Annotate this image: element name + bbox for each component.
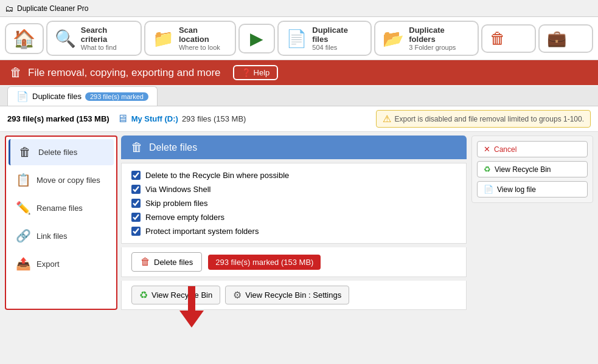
option-skip: Skip problem files <box>131 199 456 208</box>
right-top-panel: ✕ Cancel ♻ View Recycle Bin 📄 View log f… <box>471 136 593 203</box>
action-sidebar: 🗑 Delete files 📋 Move or copy files ✏️ R… <box>5 136 117 310</box>
scan-text: Scan location Where to look <box>179 26 228 51</box>
checkbox-protect[interactable] <box>131 227 141 236</box>
play-icon: ▶ <box>250 29 263 49</box>
checkbox-recycle[interactable] <box>131 171 141 180</box>
option-empty: Remove empty folders <box>131 213 456 222</box>
warning-icon: ⚠ <box>383 113 391 125</box>
option-recycle: Delete to the Recycle Bin where possible <box>131 171 456 180</box>
options-panel: Delete to the Recycle Bin where possible… <box>121 163 467 244</box>
cancel-icon: ✕ <box>484 145 490 154</box>
toolbar: 🏠 🔍 Search criteria What to find 📁 Scan … <box>0 17 598 60</box>
option-protect-label: Protect important system folders <box>145 227 259 236</box>
dupfolders-icon: 📂 <box>383 29 404 49</box>
infobar: 293 file(s) marked (153 MB) 🖥 My Stuff (… <box>0 106 598 132</box>
option-recycle-label: Delete to the Recycle Bin where possible <box>145 171 289 180</box>
cancel-button[interactable]: ✕ Cancel <box>477 141 588 157</box>
search-icon: 🔍 <box>55 29 76 49</box>
view-log-label: View log file <box>497 185 536 194</box>
cancel-label: Cancel <box>494 145 516 154</box>
search-criteria-button[interactable]: 🔍 Search criteria What to find <box>46 21 142 56</box>
location-label: My Stuff (D:) <box>131 114 178 123</box>
warning-bar: ⚠ Export is disabled and file removal li… <box>376 110 591 128</box>
dupfolders-title: Duplicate folders <box>409 26 470 44</box>
delete-panel-title: Delete files <box>149 142 197 153</box>
delete-icon: 🗑 <box>18 145 32 159</box>
export-icon: 📤 <box>16 256 30 271</box>
tab-icon: 📄 <box>16 91 29 102</box>
view-recycle-bin-label: View Recycle Bin <box>495 165 551 174</box>
help-label: Help <box>254 68 270 77</box>
sidebar-item-rename[interactable]: ✏️ Rename files <box>9 194 114 221</box>
option-protect: Protect important system folders <box>131 227 456 236</box>
home-icon: 🏠 <box>13 28 35 49</box>
briefcase-icon: 💼 <box>547 29 566 48</box>
sidebar-item-link[interactable]: 🔗 Link files <box>9 222 114 249</box>
view-recycle-label: View Recycle Bin <box>151 290 212 300</box>
titlebar: 🗂 Duplicate Cleaner Pro <box>0 0 598 17</box>
tab-badge: 293 file(s) marked <box>85 92 148 101</box>
search-title: Search criteria <box>81 26 133 44</box>
dupfiles-text: Duplicate files 504 files <box>312 26 363 51</box>
sidebar-label-link: Link files <box>37 232 68 241</box>
banner: 🗑 File removal, copying, exporting and m… <box>0 60 598 85</box>
checkbox-shell[interactable] <box>131 185 141 194</box>
right-panel: ✕ Cancel ♻ View Recycle Bin 📄 View log f… <box>471 136 593 310</box>
link-icon: 🔗 <box>16 228 30 243</box>
view-log-button[interactable]: 📄 View log file <box>477 181 588 197</box>
content-wrapper: 🗑 Delete files 📋 Move or copy files ✏️ R… <box>0 132 598 314</box>
checkbox-empty[interactable] <box>131 213 141 222</box>
recycle-bin-icon: ♻ <box>484 165 491 174</box>
checkbox-skip[interactable] <box>131 199 141 208</box>
app-title: Duplicate Cleaner Pro <box>17 4 88 13</box>
duplicate-folders-button[interactable]: 📂 Duplicate folders 3 Folder groups <box>374 21 479 56</box>
duplicate-files-tab[interactable]: 📄 Duplicate files 293 file(s) marked <box>7 86 158 106</box>
action-row: 🗑 Delete files 293 file(s) marked (153 M… <box>121 247 467 277</box>
sidebar-item-delete[interactable]: 🗑 Delete files <box>9 139 114 165</box>
scan-location-button[interactable]: 📁 Scan location Where to look <box>144 21 236 56</box>
folder-icon: 📁 <box>153 29 174 49</box>
view-recycle-bin-button[interactable]: ♻ View Recycle Bin <box>477 161 588 177</box>
recycle-icon: ♻ <box>139 289 148 301</box>
option-skip-label: Skip problem files <box>145 199 208 208</box>
trash-icon: 🗑 <box>490 29 506 48</box>
trash-button[interactable]: 🗑 <box>481 24 536 53</box>
view-recycle-button[interactable]: ♻ View Recycle Bin <box>131 286 220 304</box>
scan-sub: Where to look <box>179 44 228 51</box>
recycle-settings-button[interactable]: ⚙ View Recycle Bin : Settings <box>225 286 349 304</box>
dupfiles-icon: 📄 <box>286 29 307 49</box>
banner-icon: 🗑 <box>10 66 22 80</box>
duplicate-files-button[interactable]: 📄 Duplicate files 504 files <box>277 21 372 56</box>
log-icon: 📄 <box>484 185 493 194</box>
main-content-area: 🗑 Delete files Delete to the Recycle Bin… <box>121 136 467 310</box>
sidebar-label-export: Export <box>37 259 60 269</box>
help-button[interactable]: ❓ Help <box>233 65 279 80</box>
tab-label: Duplicate files <box>32 92 82 101</box>
delete-btn-icon: 🗑 <box>141 256 150 267</box>
option-shell: Via Windows Shell <box>131 185 456 194</box>
scan-title: Scan location <box>179 26 228 44</box>
sidebar-item-export[interactable]: 📤 Export <box>9 250 114 277</box>
location-detail: 293 files (153 MB) <box>182 114 246 123</box>
sidebar-label-rename: Rename files <box>37 204 83 213</box>
help-icon: ❓ <box>242 68 251 77</box>
app-icon: 🗂 <box>5 4 13 13</box>
sidebar-item-move[interactable]: 📋 Move or copy files <box>9 167 114 193</box>
banner-text: File removal, copying, exporting and mor… <box>28 67 221 79</box>
delete-btn-label: Delete files <box>154 258 193 267</box>
dupfolders-text: Duplicate folders 3 Folder groups <box>409 26 470 51</box>
search-text: Search criteria What to find <box>81 26 133 51</box>
sidebar-label-delete: Delete files <box>38 148 77 157</box>
search-sub: What to find <box>81 44 133 51</box>
sidebar-label-move: Move or copy files <box>37 176 100 185</box>
move-icon: 📋 <box>16 173 30 187</box>
delete-files-button[interactable]: 🗑 Delete files <box>131 252 202 272</box>
file-count: 293 file(s) marked (153 MB) <box>7 114 110 123</box>
delete-panel-header: 🗑 Delete files <box>121 136 467 159</box>
dupfiles-title: Duplicate files <box>312 26 363 44</box>
option-empty-label: Remove empty folders <box>145 213 224 222</box>
home-button[interactable]: 🏠 <box>5 23 44 54</box>
play-button[interactable]: ▶ <box>238 24 275 53</box>
settings-icon: ⚙ <box>233 289 242 301</box>
briefcase-button[interactable]: 💼 <box>538 24 593 53</box>
